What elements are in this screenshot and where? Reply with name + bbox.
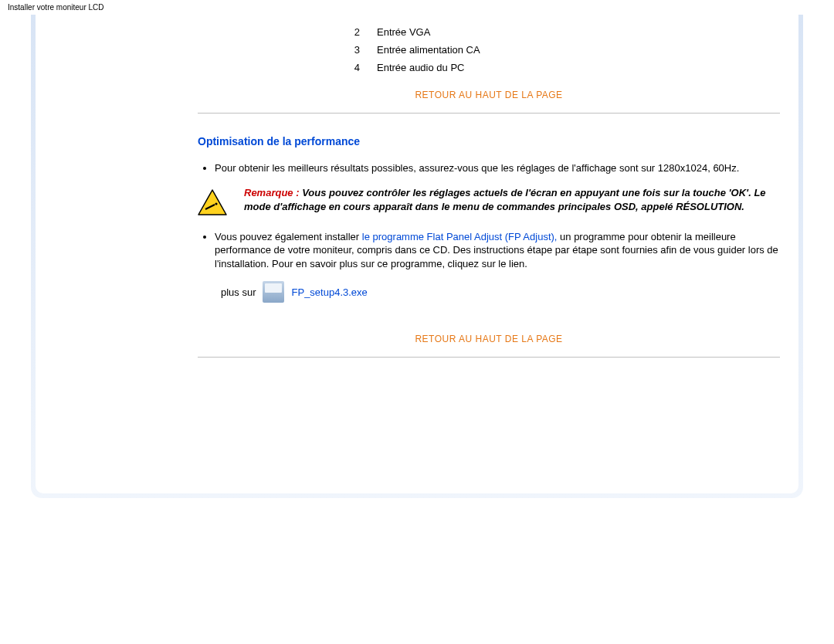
section-divider <box>198 357 780 358</box>
bullet-list: Vous pouvez également installer le progr… <box>215 230 780 271</box>
note-text: Remarque : Vous pouvez contrôler les rég… <box>244 186 780 214</box>
bullet2-pre: Vous pouvez également installer <box>215 231 362 242</box>
back-to-top-link[interactable]: RETOUR AU HAUT DE LA PAGE <box>198 334 780 344</box>
svg-marker-0 <box>198 190 226 215</box>
row-label: Entrée VGA <box>369 24 488 40</box>
note-block: Remarque : Vous pouvez contrôler les rég… <box>198 186 780 218</box>
warning-icon <box>198 189 227 218</box>
connector-table: 2 Entrée VGA 3 Entrée alimentation CA 4 … <box>327 22 490 77</box>
list-item: Vous pouvez également installer le progr… <box>215 230 780 271</box>
row-label: Entrée audio du PC <box>369 59 488 76</box>
plus-label: plus sur <box>221 286 256 298</box>
file-download-link[interactable]: FP_setup4.3.exe <box>292 286 368 298</box>
list-item: Pour obtenir les meilleurs résultats pos… <box>215 161 780 175</box>
row-number: 2 <box>329 24 368 40</box>
row-label: Entrée alimentation CA <box>369 42 488 58</box>
svg-point-1 <box>215 202 217 205</box>
section-heading: Optimisation de la performance <box>198 135 780 147</box>
content-area: 2 Entrée VGA 3 Entrée alimentation CA 4 … <box>36 15 798 493</box>
file-icon[interactable] <box>263 281 284 303</box>
outer-frame: 2 Entrée VGA 3 Entrée alimentation CA 4 … <box>31 15 803 498</box>
section-divider <box>198 113 780 114</box>
note-body: Vous pouvez contrôler les réglages actue… <box>244 187 766 212</box>
page-title: Installer votre moniteur LCD <box>0 0 834 15</box>
row-number: 4 <box>329 59 368 76</box>
note-label: Remarque : <box>244 187 302 198</box>
fp-adjust-link[interactable]: le programme Flat Panel Adjust (FP Adjus… <box>362 231 558 242</box>
row-number: 3 <box>329 42 368 58</box>
bullet-list: Pour obtenir les meilleurs résultats pos… <box>215 161 780 175</box>
table-row: 2 Entrée VGA <box>329 24 488 40</box>
footer-path: file:///P|/OEM MODELS/PHILIPS/CD Manual/… <box>0 498 834 644</box>
download-row: plus sur FP_setup4.3.exe <box>221 281 780 303</box>
back-to-top-link[interactable]: RETOUR AU HAUT DE LA PAGE <box>198 90 780 100</box>
table-row: 3 Entrée alimentation CA <box>329 42 488 58</box>
table-row: 4 Entrée audio du PC <box>329 59 488 76</box>
